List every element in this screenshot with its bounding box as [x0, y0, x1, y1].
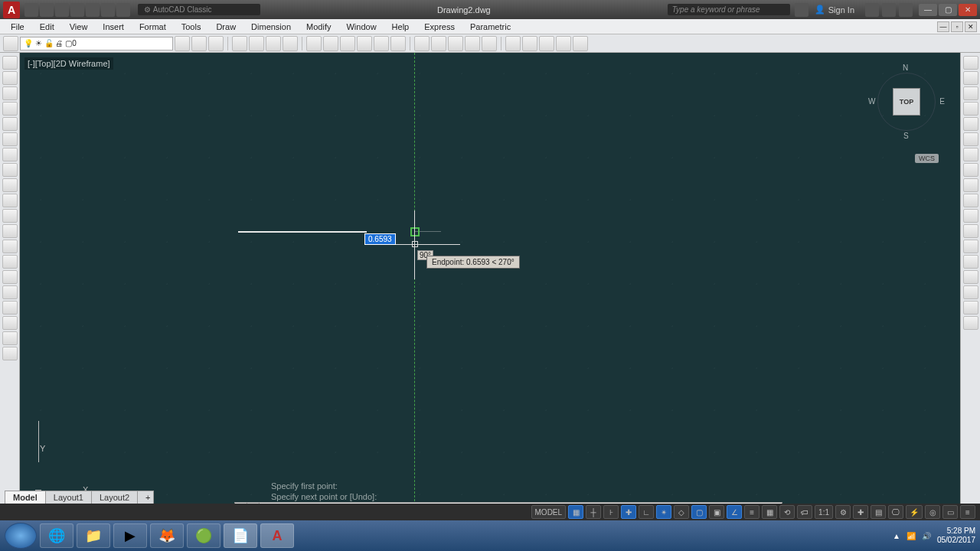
status-selection-cycling-icon[interactable]: ⟲: [779, 505, 795, 519]
qat-saveas-icon[interactable]: [70, 3, 84, 17]
rectangle-tool-icon[interactable]: [2, 117, 18, 131]
status-annoscale-icon[interactable]: 🏷: [797, 505, 812, 519]
point-tool-icon[interactable]: [2, 255, 18, 269]
tab-layout2[interactable]: Layout2: [91, 491, 138, 504]
dynamic-distance-input[interactable]: 0.6593: [364, 233, 396, 245]
array-tool-icon[interactable]: [963, 117, 978, 131]
status-infer-icon[interactable]: ⊦: [603, 505, 619, 519]
break-tool-icon[interactable]: [963, 240, 978, 253]
join-tool-icon[interactable]: [963, 255, 978, 269]
region-tool-icon[interactable]: [2, 301, 18, 315]
taskbar-autocad-icon[interactable]: A: [260, 523, 294, 548]
taskbar-ie-icon[interactable]: 🌐: [40, 523, 74, 548]
ellipse-tool-icon[interactable]: [2, 194, 18, 207]
vp-freeze-icon[interactable]: [448, 36, 463, 51]
exchange-apps-icon[interactable]: [865, 3, 879, 17]
qat-save-icon[interactable]: [55, 3, 69, 17]
viewcube-west[interactable]: W: [868, 97, 875, 106]
help-icon[interactable]: [899, 3, 913, 17]
autodesk-account-icon[interactable]: [795, 3, 808, 17]
menu-dimension[interactable]: Dimension: [243, 21, 299, 33]
ellipse-arc-icon[interactable]: [2, 209, 18, 223]
menu-express[interactable]: Express: [416, 21, 462, 33]
tool-icon[interactable]: [522, 36, 537, 51]
wcs-label[interactable]: WCS: [915, 154, 939, 163]
polygon-tool-icon[interactable]: [2, 102, 18, 116]
doc-minimize-button[interactable]: —: [937, 21, 949, 32]
tab-model[interactable]: Model: [5, 491, 46, 504]
viewcube-south[interactable]: S: [903, 132, 909, 140]
gradient-tool-icon[interactable]: [2, 285, 18, 299]
rotate-tool-icon[interactable]: [963, 148, 978, 161]
viewcube-east[interactable]: E: [939, 97, 945, 106]
layer-delete-icon[interactable]: [505, 36, 521, 51]
doc-restore-button[interactable]: ▫: [951, 21, 963, 32]
start-button[interactable]: [5, 523, 37, 549]
app-logo[interactable]: A: [3, 2, 20, 18]
status-scale-button[interactable]: 1:1: [815, 505, 833, 519]
extend-tool-icon[interactable]: [963, 209, 978, 223]
layer-freeze-icon[interactable]: [266, 36, 281, 51]
layer-lock-icon[interactable]: [357, 36, 372, 51]
doc-close-button[interactable]: ✕: [965, 21, 977, 32]
tool-icon[interactable]: [539, 36, 554, 51]
scale-tool-icon[interactable]: [963, 163, 978, 177]
status-customize-icon[interactable]: ≡: [960, 505, 975, 519]
taskbar-firefox-icon[interactable]: 🦊: [150, 523, 184, 548]
viewcube[interactable]: N S W E TOP: [868, 64, 945, 140]
status-annotation-visibility-icon[interactable]: ✚: [853, 505, 868, 519]
layer-states-icon[interactable]: [175, 36, 190, 51]
layer-unlock-icon[interactable]: [374, 36, 389, 51]
table-tool-icon[interactable]: [2, 316, 18, 330]
taskbar-notepad-icon[interactable]: 📄: [224, 523, 257, 548]
break-at-point-icon[interactable]: [963, 224, 978, 238]
layer-iso-icon[interactable]: [232, 36, 247, 51]
menu-view[interactable]: View: [62, 21, 96, 33]
workspace-selector[interactable]: ⚙ AutoCAD Classic: [138, 4, 260, 15]
mtext-tool-icon[interactable]: [2, 331, 18, 345]
menu-insert[interactable]: Insert: [95, 21, 132, 33]
circle-tool-icon[interactable]: [2, 148, 18, 161]
erase-tool-icon[interactable]: [963, 56, 978, 70]
change-layer-icon[interactable]: [390, 36, 406, 51]
status-annotation-monitor-icon[interactable]: 🖵: [888, 505, 903, 519]
viewport-label[interactable]: [-][Top][2D Wireframe]: [24, 57, 113, 70]
tray-network-icon[interactable]: 📶: [906, 532, 916, 540]
status-transparency-icon[interactable]: ▦: [762, 505, 777, 519]
move-tool-icon[interactable]: [963, 132, 978, 146]
make-block-icon[interactable]: [2, 240, 18, 253]
viewcube-face[interactable]: TOP: [893, 88, 920, 116]
status-snap-icon[interactable]: ┼: [586, 505, 601, 519]
status-lineweight-icon[interactable]: ≡: [744, 505, 760, 519]
explode-tool-icon[interactable]: [963, 316, 978, 330]
spline-tool-icon[interactable]: [2, 178, 18, 192]
layer-match-icon[interactable]: [191, 36, 207, 51]
trim-tool-icon[interactable]: [963, 194, 978, 207]
blend-tool-icon[interactable]: [963, 301, 978, 315]
status-gear-icon[interactable]: ⚙: [835, 505, 851, 519]
status-dynamic-input-icon[interactable]: ✚: [621, 505, 636, 519]
add-layout-button[interactable]: +: [137, 491, 154, 504]
tray-volume-icon[interactable]: 🔊: [922, 532, 931, 540]
status-workspace-icon[interactable]: ▤: [871, 505, 886, 519]
qat-plot-icon[interactable]: [86, 3, 100, 17]
layer-walk-icon[interactable]: [431, 36, 446, 51]
maximize-button[interactable]: ▢: [939, 4, 957, 16]
sign-in-button[interactable]: 👤 Sign In: [815, 5, 854, 15]
qat-new-icon[interactable]: [24, 3, 38, 17]
vp-thaw-icon[interactable]: [465, 36, 480, 51]
status-iso-icon[interactable]: ◇: [674, 505, 689, 519]
status-model-button[interactable]: MODEL: [531, 505, 567, 519]
make-current-icon[interactable]: [306, 36, 322, 51]
qat-undo-icon[interactable]: [101, 3, 115, 17]
status-osnap-icon[interactable]: ▢: [691, 505, 707, 519]
polyline-tool-icon[interactable]: [2, 86, 18, 100]
taskbar-explorer-icon[interactable]: 📁: [77, 523, 110, 548]
qat-open-icon[interactable]: [40, 3, 54, 17]
layer-off-icon[interactable]: [283, 36, 298, 51]
status-isolate-icon[interactable]: ◎: [925, 505, 940, 519]
status-grid-icon[interactable]: ▦: [568, 505, 583, 519]
status-3dosnap-icon[interactable]: ▣: [709, 505, 724, 519]
taskbar-chrome-icon[interactable]: 🟢: [187, 523, 220, 548]
tool-icon[interactable]: [556, 36, 571, 51]
